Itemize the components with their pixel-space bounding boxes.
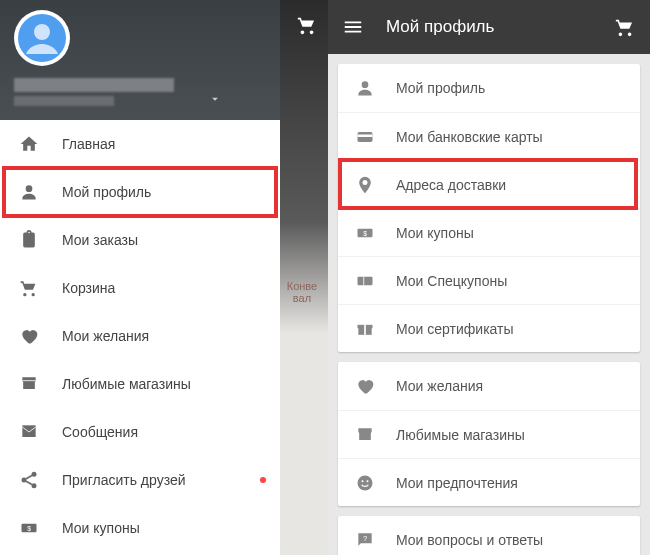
drawer-header xyxy=(0,0,280,120)
username-redacted xyxy=(14,78,174,92)
svg-rect-13 xyxy=(358,276,373,284)
avatar[interactable] xyxy=(14,10,70,66)
cart-icon xyxy=(18,277,40,299)
menu-label: Мои желания xyxy=(62,328,149,344)
left-background-strip: Конве вал xyxy=(280,0,328,555)
item-profile[interactable]: Мой профиль xyxy=(338,64,640,112)
share-icon xyxy=(18,469,40,491)
heart-icon xyxy=(354,375,376,397)
clipboard-icon xyxy=(18,229,40,251)
person-icon xyxy=(18,181,40,203)
item-certificates[interactable]: Мои сертификаты xyxy=(338,304,640,352)
profile-group-1: Мой профиль Мои банковские карты Адреса … xyxy=(338,64,640,352)
svg-point-3 xyxy=(32,472,37,477)
heart-icon xyxy=(18,325,40,347)
menu-label: Мой профиль xyxy=(62,184,151,200)
item-label: Мои предпочтения xyxy=(396,475,518,491)
menu-label: Главная xyxy=(62,136,115,152)
profile-group-3: ? Мои вопросы и ответы xyxy=(338,516,640,555)
svg-text:?: ? xyxy=(363,534,367,543)
menu-item-wishlist[interactable]: Мои желания xyxy=(0,312,280,360)
menu-label: Мои заказы xyxy=(62,232,138,248)
menu-item-orders[interactable]: Мои заказы xyxy=(0,216,280,264)
item-label: Мои желания xyxy=(396,378,483,394)
item-label: Мои банковские карты xyxy=(396,129,543,145)
menu-label: Корзина xyxy=(62,280,115,296)
card-icon xyxy=(354,126,376,148)
menu-label: Пригласить друзей xyxy=(62,472,186,488)
svg-rect-10 xyxy=(358,134,373,137)
person-icon xyxy=(354,77,376,99)
menu-item-stores[interactable]: Любимые магазины xyxy=(0,360,280,408)
menu-item-coupons[interactable]: $ Мои купоны xyxy=(0,504,280,552)
page-title: Мой профиль xyxy=(386,17,614,37)
store-icon xyxy=(18,373,40,395)
menu-item-cart[interactable]: Корзина xyxy=(0,264,280,312)
profile-group-2: Мои желания Любимые магазины Мои предпоч… xyxy=(338,362,640,506)
item-fav-stores[interactable]: Любимые магазины xyxy=(338,410,640,458)
qa-icon: ? xyxy=(354,529,376,551)
svg-text:$: $ xyxy=(363,229,367,236)
item-preferences[interactable]: Мои предпочтения xyxy=(338,458,640,506)
item-label: Адреса доставки xyxy=(396,177,506,193)
svg-point-19 xyxy=(362,480,364,482)
menu-label: Любимые магазины xyxy=(62,376,191,392)
svg-point-1 xyxy=(34,24,50,40)
drawer-menu: Главная Мой профиль Мои заказы Корзина М… xyxy=(0,120,280,552)
svg-point-8 xyxy=(362,81,369,88)
right-panel: Мой профиль Мой профиль Мои банковские к… xyxy=(328,0,650,555)
svg-point-2 xyxy=(26,185,33,192)
item-label: Мои вопросы и ответы xyxy=(396,532,543,548)
store-icon xyxy=(354,424,376,446)
svg-point-5 xyxy=(32,483,37,488)
cart-icon[interactable] xyxy=(614,16,636,38)
coupon-icon: $ xyxy=(354,222,376,244)
svg-point-4 xyxy=(22,478,27,483)
menu-item-home[interactable]: Главная xyxy=(0,120,280,168)
svg-point-18 xyxy=(358,475,373,490)
app-bar: Мой профиль xyxy=(328,0,650,54)
svg-rect-14 xyxy=(363,276,364,284)
menu-item-messages[interactable]: Сообщения xyxy=(0,408,280,456)
mail-icon xyxy=(18,421,40,443)
home-icon xyxy=(18,133,40,155)
item-wishlist[interactable]: Мои желания xyxy=(338,362,640,410)
pin-icon xyxy=(354,174,376,196)
item-qa[interactable]: ? Мои вопросы и ответы xyxy=(338,516,640,555)
left-panel: Конве вал Главная Мой профиль Мои заказы… xyxy=(0,0,328,555)
ticket-icon xyxy=(354,270,376,292)
item-label: Мой профиль xyxy=(396,80,485,96)
item-coupons[interactable]: $ Мои купоны xyxy=(338,208,640,256)
svg-rect-17 xyxy=(364,324,366,334)
item-label: Мои Спецкупоны xyxy=(396,273,507,289)
converter-label: Конве вал xyxy=(280,280,324,304)
gift-icon xyxy=(354,318,376,340)
menu-item-invite[interactable]: Пригласить друзей xyxy=(0,456,280,504)
item-special-coupons[interactable]: Мои Спецкупоны xyxy=(338,256,640,304)
item-label: Мои сертификаты xyxy=(396,321,514,337)
item-label: Мои купоны xyxy=(396,225,474,241)
chevron-down-icon[interactable] xyxy=(208,92,222,106)
item-cards[interactable]: Мои банковские карты xyxy=(338,112,640,160)
menu-item-profile[interactable]: Мой профиль xyxy=(0,168,280,216)
email-redacted xyxy=(14,96,114,106)
coupon-icon: $ xyxy=(18,517,40,539)
notification-dot xyxy=(260,477,266,483)
hamburger-icon[interactable] xyxy=(342,16,364,38)
menu-label: Сообщения xyxy=(62,424,138,440)
menu-label: Мои купоны xyxy=(62,520,140,536)
item-addresses[interactable]: Адреса доставки xyxy=(338,160,640,208)
item-label: Любимые магазины xyxy=(396,427,525,443)
smiley-icon xyxy=(354,472,376,494)
cart-icon[interactable] xyxy=(296,14,318,36)
svg-text:$: $ xyxy=(27,525,31,532)
svg-point-20 xyxy=(367,480,369,482)
